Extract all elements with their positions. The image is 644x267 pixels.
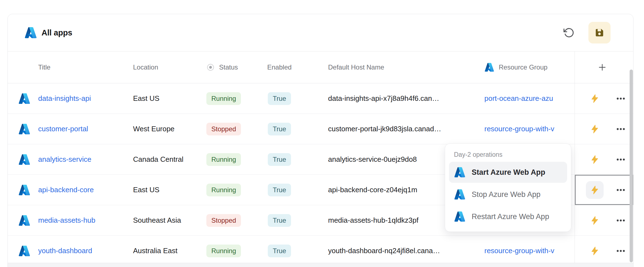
radio-icon bbox=[206, 63, 215, 71]
azure-icon bbox=[454, 189, 466, 200]
resource-group-link[interactable]: resource-group-with-v bbox=[484, 125, 554, 133]
app-title-link[interactable]: analytics-service bbox=[38, 155, 91, 163]
menu-item-restart-azure-web-app[interactable]: Restart Azure Web App bbox=[449, 206, 567, 227]
host-name-cell: data-insights-api-x7j8a9h4f6.can… bbox=[328, 94, 484, 103]
save-button[interactable] bbox=[588, 22, 611, 43]
column-header-enabled[interactable]: Enabled bbox=[264, 63, 328, 71]
column-header-title[interactable]: Title bbox=[38, 63, 133, 71]
status-badge: Running bbox=[206, 245, 241, 257]
lightning-icon bbox=[590, 94, 599, 103]
plus-icon bbox=[598, 63, 607, 72]
column-header-location[interactable]: Location bbox=[133, 63, 206, 71]
row-actions-cell bbox=[575, 144, 633, 174]
day2-operations-button[interactable] bbox=[586, 151, 604, 168]
enabled-badge: True bbox=[268, 245, 291, 257]
day2-operations-button[interactable] bbox=[586, 181, 604, 199]
row-menu-button[interactable] bbox=[615, 184, 627, 196]
row-actions-cell bbox=[575, 114, 633, 144]
column-label: Location bbox=[133, 63, 158, 71]
column-label: Status bbox=[219, 63, 238, 71]
row-actions-cell bbox=[575, 236, 633, 266]
undo-button[interactable] bbox=[563, 27, 575, 39]
app-title-link[interactable]: data-insights-api bbox=[38, 94, 91, 102]
app-title-link[interactable]: media-assets-hub bbox=[38, 216, 95, 224]
vertical-scrollbar[interactable] bbox=[629, 52, 633, 262]
resource-group-link[interactable]: resource-group-with-v bbox=[484, 247, 554, 255]
app-title-link[interactable]: youth-dashboard bbox=[38, 247, 92, 255]
column-header-host[interactable]: Default Host Name bbox=[328, 63, 484, 71]
resource-group-cell: port-ocean-azure-azu bbox=[484, 94, 575, 103]
row-actions-cell bbox=[575, 175, 633, 205]
status-badge: Stopped bbox=[206, 123, 241, 135]
row-icon-cell bbox=[15, 214, 38, 227]
ellipsis-icon bbox=[616, 93, 626, 104]
location-cell: East US bbox=[133, 186, 206, 194]
column-header-status[interactable]: Status bbox=[206, 63, 264, 71]
location-cell: Southeast Asia bbox=[133, 216, 206, 225]
table-row: data-insights-api East US Running True d… bbox=[8, 83, 633, 114]
row-icon-cell bbox=[15, 123, 38, 135]
row-icon-cell bbox=[15, 245, 38, 257]
menu-item-label: Start Azure Web App bbox=[472, 168, 545, 177]
table-row: customer-portal West Europe Stopped True… bbox=[8, 114, 633, 144]
column-label: Title bbox=[38, 63, 50, 71]
status-cell: Stopped bbox=[206, 123, 264, 135]
column-header-resource-group[interactable]: Resource Group bbox=[484, 62, 575, 72]
row-actions-cell bbox=[575, 205, 633, 235]
enabled-cell: True bbox=[264, 92, 328, 105]
menu-section-label: Day-2 operations bbox=[454, 151, 562, 158]
status-cell: Running bbox=[206, 92, 264, 105]
row-menu-button[interactable] bbox=[615, 123, 627, 135]
azure-logo-icon bbox=[24, 26, 37, 39]
horizontal-scrollbar-track[interactable] bbox=[8, 263, 633, 267]
table-row: youth-dashboard Australia East Running T… bbox=[8, 236, 633, 266]
vertical-scrollbar-thumb[interactable] bbox=[630, 70, 633, 262]
location-cell: West Europe bbox=[133, 125, 206, 133]
host-name-cell: customer-portal-jk9d83jsla.canad… bbox=[328, 125, 484, 133]
day2-operations-button[interactable] bbox=[586, 212, 604, 229]
day2-operations-button[interactable] bbox=[586, 242, 604, 260]
lightning-icon bbox=[590, 216, 599, 225]
location-cell: East US bbox=[133, 94, 206, 103]
app-title-link[interactable]: api-backend-core bbox=[38, 186, 94, 194]
enabled-cell: True bbox=[264, 214, 328, 227]
title-cell: analytics-service bbox=[38, 155, 133, 164]
resource-group-link[interactable]: port-ocean-azure-azu bbox=[484, 94, 553, 102]
row-menu-button[interactable] bbox=[615, 153, 627, 166]
resource-group-cell: resource-group-with-v bbox=[484, 247, 575, 255]
azure-app-icon bbox=[18, 184, 30, 196]
add-column-button[interactable] bbox=[594, 60, 610, 75]
host-name-cell: youth-dashboard-nq24jfi8el.cana… bbox=[328, 247, 484, 255]
enabled-badge: True bbox=[268, 92, 291, 105]
row-icon-cell bbox=[15, 153, 38, 166]
row-menu-button[interactable] bbox=[615, 214, 627, 227]
row-menu-button[interactable] bbox=[615, 93, 627, 105]
azure-app-icon bbox=[18, 214, 30, 227]
enabled-badge: True bbox=[268, 153, 291, 166]
lightning-icon bbox=[590, 155, 599, 164]
ellipsis-icon bbox=[616, 154, 626, 165]
card-header: All apps bbox=[8, 14, 633, 52]
status-cell: Stopped bbox=[206, 214, 264, 227]
day2-operations-button[interactable] bbox=[586, 90, 604, 107]
row-menu-button[interactable] bbox=[615, 245, 627, 257]
azure-app-icon bbox=[18, 245, 30, 257]
enabled-cell: True bbox=[264, 153, 328, 166]
menu-item-start-azure-web-app[interactable]: Start Azure Web App bbox=[449, 162, 567, 183]
azure-icon bbox=[484, 62, 494, 72]
menu-item-stop-azure-web-app[interactable]: Stop Azure Web App bbox=[449, 184, 567, 205]
status-cell: Running bbox=[206, 153, 264, 166]
resource-group-cell: resource-group-with-v bbox=[484, 125, 575, 133]
status-cell: Running bbox=[206, 245, 264, 257]
ellipsis-icon bbox=[616, 124, 626, 134]
status-cell: Running bbox=[206, 184, 264, 196]
ellipsis-icon bbox=[616, 215, 626, 226]
day2-operations-button[interactable] bbox=[586, 120, 604, 138]
table-header-row: Title Location Status Enabled Default Ho… bbox=[8, 52, 633, 83]
azure-app-icon bbox=[18, 93, 30, 105]
location-cell: Canada Central bbox=[133, 155, 206, 164]
azure-icon bbox=[454, 166, 466, 178]
app-title-link[interactable]: customer-portal bbox=[38, 125, 88, 133]
actions-column-header bbox=[575, 52, 633, 83]
ellipsis-icon bbox=[616, 246, 626, 256]
